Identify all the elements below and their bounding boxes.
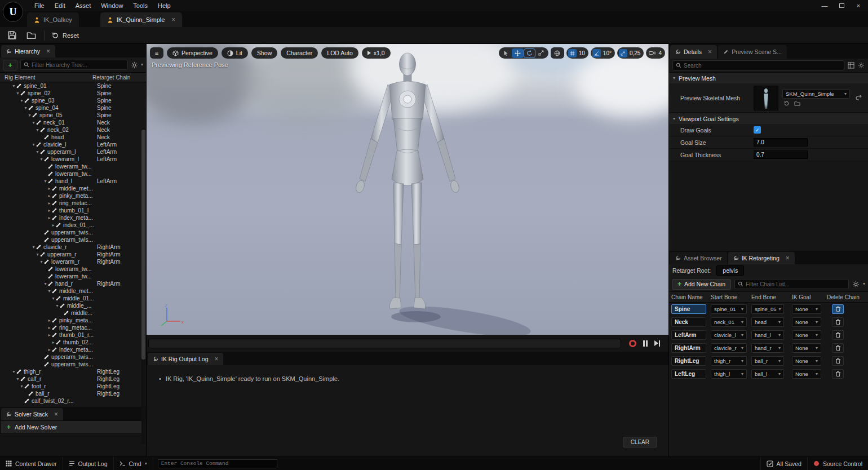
preview-character-mesh[interactable] — [147, 44, 668, 335]
browse-button[interactable] — [25, 29, 37, 42]
hierarchy-tree-row[interactable]: ▾ clavicle_l LeftArm — [0, 141, 146, 148]
menu-window[interactable]: Window — [96, 1, 128, 10]
show-dropdown[interactable]: Show — [251, 47, 277, 59]
chain-row[interactable]: LeftArm clavicle_l ▾ hand_l ▾ None ▾ — [669, 329, 868, 342]
hierarchy-tree-row[interactable]: head Neck — [0, 134, 146, 141]
tree-expand-arrow[interactable]: ▾ — [19, 98, 24, 103]
end-bone-dropdown[interactable]: ball_l ▾ — [751, 369, 784, 379]
tab-asset-browser[interactable]: Asset Browser — [670, 252, 727, 264]
hierarchy-tree-row[interactable]: ▾ spine_02 Spine — [0, 90, 146, 97]
tab-ik-rig-output-log[interactable]: IK Rig Output Log × — [148, 353, 223, 365]
tree-expand-arrow[interactable]: ▾ — [43, 281, 48, 286]
hierarchy-tree-row[interactable]: ▾ thigh_r RightLeg — [0, 368, 146, 375]
tree-expand-arrow[interactable]: ▾ — [35, 149, 40, 154]
clear-log-button[interactable]: CLEAR — [623, 437, 657, 447]
chain-settings-caret-icon[interactable]: ▾ — [863, 282, 865, 286]
hierarchy-tree-row[interactable]: lowerarm_tw... — [0, 265, 146, 273]
goal-size-input[interactable] — [754, 138, 808, 147]
ik-goal-dropdown[interactable]: None ▾ — [792, 343, 821, 353]
hierarchy-tree-row[interactable]: ▾ lowerarm_r RightArm — [0, 258, 146, 265]
tree-expand-arrow[interactable]: ▾ — [39, 259, 44, 264]
tab-ik-quinn-simple[interactable]: IK_Quinn_Simple × — [100, 12, 183, 27]
character-dropdown[interactable]: Character — [281, 47, 318, 59]
chain-filter-input[interactable] — [746, 281, 845, 287]
hierarchy-tree-row[interactable]: upperarm_twis... — [0, 361, 146, 368]
tree-expand-arrow[interactable]: ▾ — [15, 91, 20, 96]
hierarchy-tree-row[interactable]: ▾ spine_03 Spine — [0, 97, 146, 104]
close-icon[interactable]: × — [214, 355, 218, 363]
hierarchy-tree-row[interactable]: ▸ ring_metac... — [0, 199, 146, 207]
hierarchy-tree-row[interactable]: ▾ upperarm_r RightArm — [0, 251, 146, 258]
chain-name-cell[interactable]: RightLeg — [671, 356, 706, 366]
chain-name-cell[interactable]: LeftArm — [671, 330, 706, 340]
delete-chain-button[interactable] — [832, 343, 844, 353]
end-bone-dropdown[interactable]: spine_05 ▾ — [751, 304, 784, 314]
tree-expand-arrow[interactable]: ▸ — [47, 193, 52, 198]
add-new-chain-button[interactable]: + Add New Chain — [672, 279, 731, 290]
tree-expand-arrow[interactable]: ▸ — [47, 347, 52, 352]
hierarchy-tree-row[interactable]: ▸ pinky_meta... — [0, 317, 146, 324]
scale-tool-button[interactable] — [535, 48, 547, 58]
tree-expand-arrow[interactable]: ▾ — [31, 142, 36, 147]
hierarchy-tree-row[interactable]: ▸ thumb_01_l — [0, 207, 146, 214]
tree-expand-arrow[interactable]: ▸ — [47, 215, 52, 220]
tree-expand-arrow[interactable]: ▾ — [39, 157, 44, 162]
ik-goal-dropdown[interactable]: None ▾ — [792, 304, 821, 314]
rotate-tool-button[interactable] — [524, 48, 535, 58]
record-button[interactable] — [629, 340, 636, 347]
start-bone-dropdown[interactable]: clavicle_l ▾ — [711, 330, 747, 340]
console-command-input[interactable] — [158, 459, 277, 468]
end-bone-dropdown[interactable]: hand_r ▾ — [751, 343, 784, 353]
ik-goal-dropdown[interactable]: None ▾ — [792, 330, 821, 340]
delete-chain-button[interactable] — [832, 356, 844, 366]
chain-settings-gear-icon[interactable] — [852, 281, 860, 288]
chain-row[interactable]: RightArm clavicle_r ▾ hand_r ▾ None ▾ — [669, 342, 868, 354]
delete-chain-button[interactable] — [832, 369, 844, 379]
tree-expand-arrow[interactable]: ▾ — [31, 245, 36, 250]
use-selected-asset-icon[interactable] — [783, 100, 790, 107]
tree-expand-arrow[interactable]: ▾ — [15, 376, 20, 382]
tree-expand-arrow[interactable]: ▸ — [47, 318, 52, 323]
hierarchy-tree-row[interactable]: ▾ lowerarm_l LeftArm — [0, 156, 146, 163]
tree-expand-arrow[interactable]: ▸ — [47, 208, 52, 213]
menu-help[interactable]: Help — [153, 1, 176, 10]
tree-expand-arrow[interactable]: ▸ — [47, 332, 52, 338]
rotation-snap-control[interactable]: 10° — [591, 47, 615, 59]
settings-caret-icon[interactable]: ▾ — [141, 63, 143, 67]
menu-tools[interactable]: Tools — [128, 1, 153, 10]
tree-expand-arrow[interactable]: ▾ — [11, 83, 16, 88]
tree-expand-arrow[interactable]: ▸ — [51, 223, 56, 228]
preview-mesh-dropdown[interactable]: SKM_Quinn_Simple ▾ — [782, 89, 850, 99]
hierarchy-tree-row[interactable]: ▸ index_01_... — [0, 221, 146, 229]
delete-chain-button[interactable] — [832, 330, 844, 340]
hierarchy-tree-row[interactable]: ▸ index_meta... — [0, 214, 146, 221]
start-bone-dropdown[interactable]: thigh_r ▾ — [711, 356, 747, 366]
goal-thickness-input[interactable] — [754, 150, 808, 159]
close-icon[interactable]: × — [54, 410, 58, 418]
section-preview-mesh[interactable]: ▾ Preview Mesh — [669, 72, 868, 83]
hierarchy-tree-row[interactable]: lowerarm_tw... — [0, 163, 146, 170]
tree-expand-arrow[interactable]: ▸ — [47, 186, 52, 191]
end-bone-dropdown[interactable]: ball_r ▾ — [751, 356, 784, 366]
tree-expand-arrow[interactable]: ▸ — [47, 325, 52, 330]
start-bone-dropdown[interactable]: spine_01 ▾ — [711, 304, 747, 314]
hierarchy-tree-row[interactable]: lowerarm_tw... — [0, 273, 146, 280]
tree-expand-arrow[interactable]: ▸ — [51, 340, 56, 345]
tree-expand-arrow[interactable]: ▾ — [43, 179, 48, 184]
tree-expand-arrow[interactable]: ▾ — [47, 289, 52, 294]
chain-name-cell[interactable]: RightArm — [671, 343, 706, 353]
scrollbar-thumb[interactable] — [141, 130, 145, 360]
hierarchy-tree-row[interactable]: ▸ index_meta... — [0, 346, 146, 353]
hierarchy-scrollbar[interactable] — [141, 128, 145, 444]
ik-goal-dropdown[interactable]: None ▾ — [792, 317, 821, 327]
start-bone-dropdown[interactable]: neck_01 ▾ — [711, 317, 747, 327]
property-matrix-icon[interactable] — [848, 62, 854, 69]
hierarchy-tree-row[interactable]: ▸ pinky_meta... — [0, 192, 146, 199]
hierarchy-tree-row[interactable]: ▸ middle_met... — [0, 185, 146, 192]
chain-row[interactable]: LeftLeg thigh_l ▾ ball_l ▾ None ▾ — [669, 367, 868, 380]
tree-expand-arrow[interactable]: ▾ — [23, 105, 28, 110]
chain-row[interactable]: Neck neck_01 ▾ head ▾ None ▾ — [669, 316, 868, 329]
hierarchy-tree-row[interactable]: lowerarm_tw... — [0, 170, 146, 178]
hierarchy-filter-search[interactable] — [20, 60, 128, 70]
tree-expand-arrow[interactable]: ▾ — [35, 127, 40, 132]
